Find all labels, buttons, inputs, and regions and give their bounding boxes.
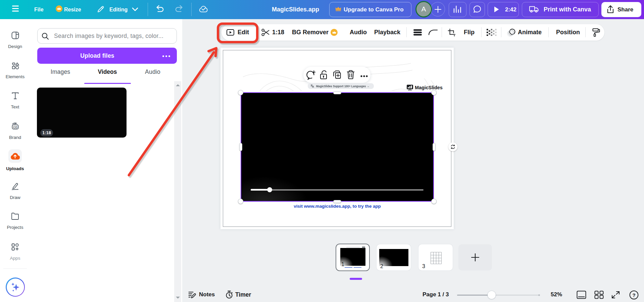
svg-text:?: ? (632, 292, 635, 298)
svg-text:CO: CO (13, 125, 17, 129)
